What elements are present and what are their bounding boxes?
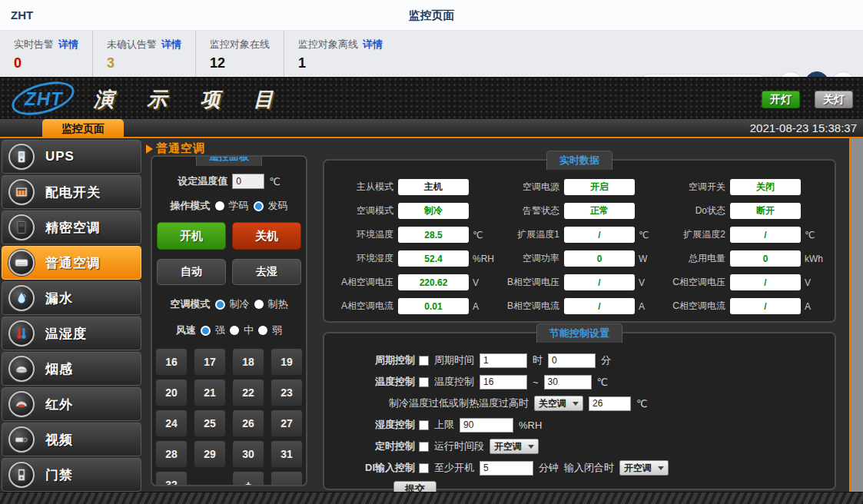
di-input-control-row: DI输入控制 至少开机 分钟 输入闭合时 开空调 bbox=[338, 459, 827, 476]
temp-button-23[interactable]: 23 bbox=[271, 379, 303, 406]
temp-button-29[interactable]: 29 bbox=[194, 440, 226, 468]
temp-plus-button[interactable]: + bbox=[232, 471, 264, 486]
timer-period-select[interactable]: 开空调 bbox=[490, 439, 539, 454]
field-value: 关闭 bbox=[730, 179, 801, 195]
temp-control-label: 温度控制 bbox=[375, 375, 415, 389]
auto-button[interactable]: 自动 bbox=[157, 259, 226, 285]
temp-max-input[interactable] bbox=[544, 375, 592, 390]
temp-button-25[interactable]: 25 bbox=[194, 410, 226, 437]
radio-fan-mid[interactable] bbox=[230, 326, 239, 335]
di-min-on-unit: 分钟 bbox=[539, 461, 559, 475]
cycle-control-label: 周期控制 bbox=[375, 353, 415, 367]
sidebar-item-precision-ac[interactable]: 精密空调 bbox=[2, 211, 141, 244]
set-temp-input[interactable] bbox=[232, 174, 264, 189]
sidebar-item-label: 门禁 bbox=[45, 466, 73, 484]
di-min-on-label: 至少开机 bbox=[434, 461, 474, 475]
radio-cooling[interactable] bbox=[215, 300, 225, 310]
di-closed-select[interactable]: 开空调 bbox=[619, 460, 669, 476]
temp-button-18[interactable]: 18 bbox=[232, 348, 264, 376]
stat-label: 实时告警 bbox=[14, 38, 54, 50]
stat-online: 监控对象在线 12 bbox=[207, 31, 284, 77]
power-off-button[interactable]: 关机 bbox=[232, 222, 301, 250]
temp-button-26[interactable]: 26 bbox=[232, 410, 264, 437]
temp-button-27[interactable]: 27 bbox=[271, 410, 303, 437]
temp-button-22[interactable]: 22 bbox=[232, 379, 264, 406]
radio-fan-low[interactable] bbox=[258, 326, 267, 335]
temp-button-21[interactable]: 21 bbox=[194, 379, 226, 406]
temp-button-19[interactable]: 19 bbox=[271, 348, 303, 376]
di-input-control-checkbox[interactable] bbox=[419, 463, 429, 473]
temp-range-separator: ~ bbox=[533, 376, 539, 388]
temp-button-32[interactable]: 32 bbox=[155, 471, 188, 486]
page-title: 监控页面 bbox=[0, 8, 863, 23]
temp-button-20[interactable]: 20 bbox=[155, 379, 188, 406]
radio-cooling-label: 制冷 bbox=[230, 297, 250, 311]
humidity-control-row: 湿度控制 上限 %RH bbox=[338, 416, 827, 433]
energy-panel-tab: 节能控制设置 bbox=[536, 323, 622, 343]
radio-fan-low-label: 弱 bbox=[272, 323, 282, 337]
temp-range-label: 温度控制 bbox=[434, 375, 474, 389]
radio-heating[interactable] bbox=[254, 300, 264, 309]
sidebar-item-water-leak[interactable]: 漏水 bbox=[2, 281, 141, 315]
field-value: 0 bbox=[730, 250, 801, 267]
realtime-alarm-detail-link[interactable]: 详情 bbox=[58, 38, 78, 50]
section-title: 普通空调 bbox=[146, 141, 205, 156]
light-on-button[interactable]: 开灯 bbox=[762, 91, 800, 108]
sidebar-item-temp-humidity[interactable]: 温湿度 bbox=[2, 317, 141, 350]
humidity-control-checkbox[interactable] bbox=[419, 420, 429, 430]
sidebar-item-ups[interactable]: UPS bbox=[2, 140, 141, 174]
temp-button-17[interactable]: 17 bbox=[194, 348, 226, 376]
field-master-slave-mode: 主从模式主机 bbox=[330, 177, 496, 197]
field-phase-b-current: B相空调电流/A bbox=[496, 297, 662, 316]
unconfirmed-alarm-detail-link[interactable]: 详情 bbox=[161, 38, 181, 50]
logo-bar: ZHT 演 示 项 目 开灯 关灯 bbox=[0, 77, 863, 119]
top-bar: ZHT 监控页面 bbox=[0, 0, 863, 31]
temp-button-24[interactable]: 24 bbox=[155, 410, 188, 437]
vertical-scrollbar[interactable] bbox=[849, 138, 863, 492]
energy-settings-panel: 节能控制设置 周期控制 周期时间 时 分 温度控制 温度控制 ~ ℃ 制冷温度过… bbox=[323, 332, 836, 490]
temp-button-30[interactable]: 30 bbox=[232, 440, 264, 468]
field-value: / bbox=[564, 274, 635, 290]
sidebar-item-smoke[interactable]: 烟感 bbox=[2, 352, 141, 386]
temp-button-31[interactable]: 31 bbox=[271, 440, 303, 468]
tab-monitor-page[interactable]: 监控页面 bbox=[42, 119, 124, 138]
field-ac-wattage: 空调功率0W bbox=[496, 249, 662, 268]
breaker-icon bbox=[8, 179, 35, 205]
temp-minus-button[interactable]: - bbox=[271, 471, 303, 486]
cycle-minute-input[interactable] bbox=[548, 353, 596, 368]
temp-over-select[interactable]: 关空调 bbox=[534, 396, 583, 411]
radio-learn-code[interactable] bbox=[215, 201, 224, 211]
sidebar-item-access-control[interactable]: 门禁 bbox=[2, 458, 141, 492]
di-input-control-label: DI输入控制 bbox=[365, 461, 415, 475]
light-off-button[interactable]: 关灯 bbox=[815, 91, 853, 108]
stat-unconfirmed-alarm: 未确认告警详情 3 bbox=[104, 31, 196, 77]
humidity-limit-input[interactable] bbox=[460, 418, 513, 433]
radio-send-code[interactable] bbox=[254, 201, 264, 211]
temp-button-28[interactable]: 28 bbox=[155, 440, 188, 468]
realtime-column-1: 主从模式主机 空调模式制冷 环境温度28.5℃ 环境湿度52.4%RH A相空调… bbox=[330, 177, 496, 321]
radio-fan-high[interactable] bbox=[201, 326, 211, 336]
sidebar-item-video[interactable]: 视频 bbox=[2, 423, 141, 456]
dehumidify-button[interactable]: 去湿 bbox=[232, 259, 301, 285]
temp-min-input[interactable] bbox=[480, 375, 527, 390]
timer-control-checkbox[interactable] bbox=[419, 442, 429, 452]
field-value: 制冷 bbox=[398, 203, 469, 219]
di-closed-label: 输入闭合时 bbox=[564, 461, 614, 475]
sidebar-item-label: 配电开关 bbox=[45, 184, 101, 201]
field-phase-a-voltage: A相空调电压220.62V bbox=[330, 273, 496, 292]
cycle-hour-input[interactable] bbox=[480, 353, 527, 368]
field-phase-b-voltage: B相空调电压/V bbox=[496, 273, 662, 292]
thermometer-icon bbox=[8, 320, 35, 346]
temp-control-checkbox[interactable] bbox=[419, 377, 429, 387]
stat-value: 0 bbox=[14, 55, 78, 71]
di-min-on-input[interactable] bbox=[480, 461, 533, 476]
sidebar-item-power-switch[interactable]: 配电开关 bbox=[2, 175, 141, 209]
temp-control-row: 温度控制 温度控制 ~ ℃ bbox=[338, 373, 827, 390]
temp-over-input[interactable] bbox=[589, 396, 631, 411]
sidebar-item-normal-ac[interactable]: 普通空调 bbox=[2, 246, 141, 280]
power-on-button[interactable]: 开机 bbox=[157, 222, 226, 250]
cycle-control-checkbox[interactable] bbox=[419, 356, 429, 366]
temp-button-16[interactable]: 16 bbox=[155, 348, 188, 376]
offline-detail-link[interactable]: 详情 bbox=[363, 38, 383, 50]
sidebar-item-infrared[interactable]: 红外 bbox=[2, 387, 141, 421]
